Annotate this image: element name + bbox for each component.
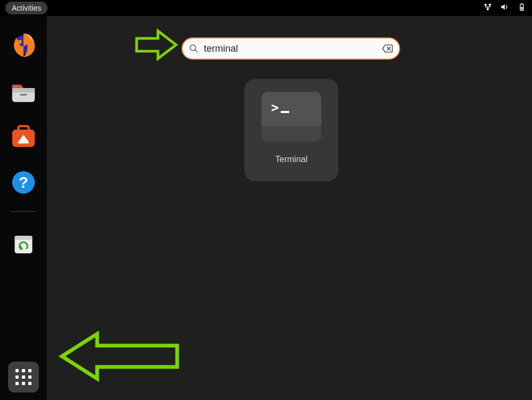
dock-app-firefox[interactable] (10, 31, 37, 59)
dock-trash[interactable] (10, 230, 37, 258)
terminal-app-icon: > (261, 92, 321, 142)
volume-icon[interactable] (500, 2, 510, 14)
svg-text:?: ? (19, 174, 28, 191)
search-result-terminal[interactable]: > Terminal (244, 79, 338, 181)
annotation-arrow-search (134, 29, 178, 61)
svg-rect-8 (12, 88, 35, 92)
svg-point-16 (190, 45, 196, 51)
svg-rect-9 (20, 94, 27, 95)
clear-search-icon[interactable] (382, 44, 393, 53)
show-applications-button[interactable] (8, 362, 39, 393)
svg-rect-4 (521, 3, 523, 4)
svg-rect-1 (489, 4, 491, 6)
dock: ? (0, 16, 47, 400)
annotation-arrow-apps (58, 331, 180, 382)
dock-app-files[interactable] (10, 77, 37, 105)
dock-app-software[interactable] (10, 123, 37, 150)
battery-icon[interactable] (517, 2, 527, 14)
svg-rect-5 (521, 7, 523, 10)
svg-rect-11 (18, 142, 29, 143)
svg-line-17 (195, 50, 197, 52)
search-bar[interactable] (181, 37, 400, 60)
activities-button[interactable]: Activities (5, 2, 47, 14)
svg-rect-0 (485, 4, 487, 6)
search-input[interactable] (204, 43, 377, 54)
dock-separator (11, 211, 36, 212)
network-icon[interactable] (483, 2, 493, 14)
apps-grid-icon (15, 369, 31, 385)
system-tray[interactable] (483, 2, 527, 14)
dock-app-help[interactable]: ? (10, 169, 37, 196)
top-bar: Activities (0, 0, 532, 16)
svg-rect-15 (15, 236, 33, 240)
svg-rect-2 (487, 8, 489, 10)
search-icon (189, 44, 198, 53)
search-result-label: Terminal (275, 155, 307, 164)
